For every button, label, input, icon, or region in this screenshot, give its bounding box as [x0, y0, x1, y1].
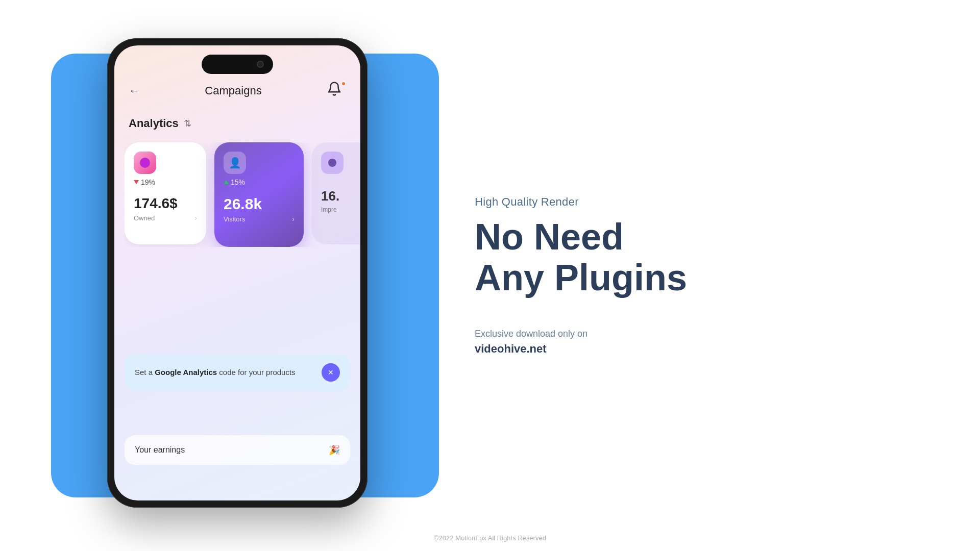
impressions-card[interactable]: 16. Impre — [312, 142, 360, 244]
banner-text-bold: Google Analytics — [155, 368, 217, 377]
analytics-label: Analytics — [129, 117, 179, 130]
dynamic-island — [202, 55, 273, 74]
earnings-label: Your earnings — [135, 445, 185, 455]
headline: No Need Any Plugins — [475, 217, 939, 297]
visitors-label: Visitors — [224, 215, 245, 223]
visitors-label-row: Visitors › — [224, 215, 295, 223]
cards-row: 19% 174.6$ Owned › 👤 — [125, 142, 360, 247]
back-button[interactable]: ← — [129, 84, 140, 97]
earnings-strip: Your earnings 🎉 — [125, 435, 350, 465]
visitors-chevron: › — [292, 215, 295, 223]
notification-bell[interactable] — [327, 81, 346, 101]
owned-percent-row: 19% — [134, 178, 197, 186]
camera-dot — [257, 61, 264, 68]
right-section: High Quality Render No Need Any Plugins … — [444, 195, 980, 355]
tagline: High Quality Render — [475, 195, 939, 209]
banner-text: Set a Google Analytics code for your pro… — [135, 367, 296, 379]
headline-line2: Any Plugins — [475, 257, 687, 298]
phone-shell: ← Campaigns Analytics ⇅ — [107, 38, 368, 508]
download-link[interactable]: videohive.net — [475, 342, 939, 356]
impressions-label: Impre — [321, 206, 360, 213]
phone-wrapper: ← Campaigns Analytics ⇅ — [107, 38, 368, 508]
owned-label: Owned — [134, 214, 155, 222]
owned-percent: 19% — [141, 178, 155, 186]
owned-card[interactable]: 19% 174.6$ Owned › — [125, 142, 206, 244]
sort-icon[interactable]: ⇅ — [184, 118, 191, 129]
screen-title: Campaigns — [205, 84, 261, 97]
card-icon-blue2 — [321, 152, 344, 174]
trend-down-icon — [134, 180, 139, 184]
visitors-percent-row: 15% — [224, 178, 295, 186]
headline-line1: No Need — [475, 216, 624, 257]
phone-screen: ← Campaigns Analytics ⇅ — [114, 45, 360, 500]
owned-value: 174.6$ — [134, 195, 197, 212]
earnings-emoji: 🎉 — [329, 444, 340, 456]
chevron-right-icon: › — [194, 214, 197, 222]
visitors-percent: 15% — [231, 178, 245, 186]
pink-dot — [140, 158, 150, 168]
impressions-value: 16. — [321, 188, 360, 204]
copyright-text: ©2022 MotionFox All Rights Reserved — [434, 534, 546, 542]
card-icon-pink — [134, 152, 156, 174]
banner-text-suffix: code for your products — [217, 368, 295, 377]
banner-text-prefix: Set a — [135, 368, 155, 377]
banner-close-button[interactable]: × — [322, 363, 340, 382]
app-header: ← Campaigns — [114, 81, 360, 101]
analytics-section: Analytics ⇅ — [129, 117, 191, 130]
analytics-banner: Set a Google Analytics code for your pro… — [125, 354, 350, 391]
blue-dot — [328, 159, 336, 167]
visitors-value: 26.8k — [224, 195, 295, 213]
notification-dot — [341, 81, 346, 86]
trend-up-icon — [224, 180, 229, 184]
visitors-card[interactable]: 👤 15% 26.8k Visitors › — [214, 142, 304, 247]
owned-label-row: Owned › — [134, 214, 197, 222]
left-section: ← Campaigns Analytics ⇅ — [0, 0, 444, 551]
download-info: Exclusive download only on — [475, 329, 939, 339]
person-icon: 👤 — [229, 157, 241, 169]
card-icon-blue: 👤 — [224, 152, 246, 174]
footer: ©2022 MotionFox All Rights Reserved — [0, 534, 980, 542]
